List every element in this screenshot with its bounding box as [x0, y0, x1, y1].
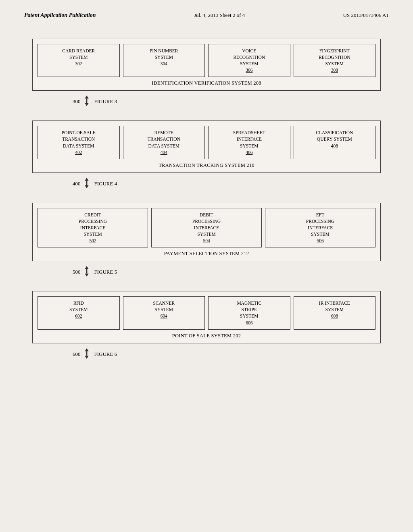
box-line: PROCESSING	[79, 219, 107, 224]
box-line: VOICE	[242, 48, 256, 53]
inner-box-fig6-0: RFIDSYSTEM602	[38, 296, 120, 329]
page-header: Patent Application Publication Jul. 4, 2…	[0, 0, 413, 23]
svg-marker-9	[85, 348, 88, 351]
svg-marker-0	[85, 96, 88, 99]
box-line: SYSTEM	[155, 55, 173, 60]
inner-boxes-row-fig4: POINT-OF-SALETRANSACTIONDATA SYSTEM402RE…	[33, 121, 380, 159]
header-date-sheet: Jul. 4, 2013 Sheet 2 of 4	[194, 12, 245, 19]
box-line: CREDIT	[84, 212, 101, 217]
box-number: 302	[42, 60, 115, 67]
svg-rect-10	[86, 351, 87, 355]
box-line: DEBIT	[200, 212, 213, 217]
box-number: 304	[127, 60, 201, 67]
box-number: 402	[42, 149, 115, 156]
box-line: PROCESSING	[306, 219, 334, 224]
box-line: SYSTEM	[311, 232, 329, 237]
svg-marker-6	[85, 266, 88, 269]
box-line: PROCESSING	[192, 219, 221, 224]
outer-label-fig5: PAYMENT SELECTION SYSTEM 212	[33, 247, 380, 261]
svg-marker-2	[85, 103, 88, 106]
outer-box-fig4: POINT-OF-SALETRANSACTIONDATA SYSTEM402RE…	[32, 121, 381, 172]
figure-label: FIGURE 6	[94, 351, 117, 357]
box-line: CLASSIFICATION	[316, 130, 353, 135]
box-line: SYSTEM	[69, 307, 88, 312]
arrow-icon	[82, 177, 91, 191]
svg-rect-7	[86, 269, 87, 274]
box-line: INTERFACE	[80, 225, 105, 230]
figure-row-fig6: 600 FIGURE 6	[73, 347, 381, 361]
inner-box-fig5-2: EFTPROCESSINGINTERFACESYSTEM506	[265, 208, 375, 247]
arrow-icon	[82, 95, 91, 108]
figure-section-fig5: CREDITPROCESSINGINTERFACESYSTEM502DEBITP…	[32, 203, 381, 279]
box-line: RFID	[73, 301, 84, 305]
svg-marker-3	[85, 178, 88, 181]
figure-label: FIGURE 5	[94, 269, 117, 275]
box-number: 406	[213, 149, 286, 156]
inner-box-fig3-0: CARD READERSYSTEM302	[38, 44, 120, 77]
svg-rect-1	[86, 99, 87, 103]
figure-section-fig4: POINT-OF-SALETRANSACTIONDATA SYSTEM402RE…	[32, 121, 381, 190]
inner-box-fig5-1: DEBITPROCESSINGINTERFACESYSTEM504	[151, 208, 262, 247]
inner-box-fig4-1: REMOTETRANSACTIONDATA SYSTEM404	[123, 126, 205, 159]
inner-boxes-row-fig5: CREDITPROCESSINGINTERFACESYSTEM502DEBITP…	[33, 203, 380, 247]
inner-box-fig4-2: SPREADSHEETINTERFACESYSTEM406	[208, 126, 290, 159]
content-area: CARD READERSYSTEM302PIN NUMBERSYSTEM304V…	[0, 23, 413, 389]
outer-label-fig3: IDENTIFICATION VERIFICATION SYSTEM 208	[33, 77, 380, 90]
box-line: DATA SYSTEM	[63, 143, 94, 148]
box-number: 502	[42, 237, 144, 244]
box-line: TRANSACTION	[62, 137, 95, 141]
box-line: CARD READER	[62, 48, 95, 53]
figure-number: 300	[73, 98, 81, 105]
figure-row-fig5: 500 FIGURE 5	[73, 265, 381, 279]
box-line: STRIPE	[242, 307, 257, 312]
box-line: INTERFACE	[237, 137, 262, 141]
box-line: SYSTEM	[240, 314, 258, 318]
box-line: FINGERPRINT	[319, 48, 350, 53]
box-line: SCANNER	[153, 301, 175, 305]
inner-box-fig3-1: PIN NUMBERSYSTEM304	[123, 44, 205, 77]
box-number: 504	[156, 237, 257, 244]
box-line: SPREADSHEET	[233, 130, 265, 135]
box-number: 306	[213, 67, 286, 73]
box-line: QUERY SYSTEM	[317, 137, 352, 141]
page: Patent Application Publication Jul. 4, 2…	[0, 0, 413, 532]
inner-boxes-row-fig3: CARD READERSYSTEM302PIN NUMBERSYSTEM304V…	[33, 39, 380, 77]
box-line: INTERFACE	[308, 225, 333, 230]
box-number: 606	[213, 320, 286, 326]
arrow-icon	[82, 347, 91, 361]
inner-box-fig4-3: CLASSIFICATIONQUERY SYSTEM408	[294, 126, 376, 159]
box-line: SYSTEM	[325, 307, 344, 312]
svg-marker-5	[85, 185, 88, 188]
figure-row-fig3: 300 FIGURE 3	[73, 95, 381, 108]
inner-box-fig6-3: IR INTERFACESYSTEM608	[294, 296, 376, 329]
figure-section-fig6: RFIDSYSTEM602SCANNERSYSTEM604MAGNETICSTR…	[32, 291, 381, 361]
box-line: SYSTEM	[69, 55, 88, 60]
box-line: RECOGNITION	[233, 55, 265, 60]
inner-box-fig6-2: MAGNETICSTRIPESYSTEM606	[208, 296, 290, 329]
box-line: SYSTEM	[240, 143, 258, 148]
box-line: RECOGNITION	[319, 55, 350, 60]
inner-boxes-row-fig6: RFIDSYSTEM602SCANNERSYSTEM604MAGNETICSTR…	[33, 291, 380, 329]
outer-label-fig6: POINT OF SALE SYSTEM 202	[33, 330, 380, 343]
box-line: SYSTEM	[325, 61, 344, 66]
inner-box-fig5-0: CREDITPROCESSINGINTERFACESYSTEM502	[38, 208, 148, 247]
header-publication: Patent Application Publication	[24, 12, 96, 19]
box-line: MAGNETIC	[237, 301, 261, 305]
box-number: 308	[298, 67, 371, 73]
outer-box-fig5: CREDITPROCESSINGINTERFACESYSTEM502DEBITP…	[32, 203, 381, 261]
box-number: 604	[127, 313, 201, 319]
arrow-icon	[82, 265, 91, 279]
figure-label: FIGURE 4	[94, 181, 117, 187]
svg-rect-4	[86, 181, 87, 185]
box-number: 404	[127, 149, 201, 156]
box-line: TRANSACTION	[148, 137, 180, 141]
box-line: SYSTEM	[240, 61, 258, 66]
figure-section-fig3: CARD READERSYSTEM302PIN NUMBERSYSTEM304V…	[32, 39, 381, 108]
box-line: SYSTEM	[197, 232, 215, 237]
figure-label: FIGURE 3	[94, 98, 117, 105]
box-line: POINT-OF-SALE	[62, 130, 96, 135]
box-line: SYSTEM	[83, 232, 102, 237]
box-line: PIN NUMBER	[150, 48, 178, 53]
inner-box-fig4-0: POINT-OF-SALETRANSACTIONDATA SYSTEM402	[38, 126, 120, 159]
box-line: REMOTE	[154, 130, 173, 135]
